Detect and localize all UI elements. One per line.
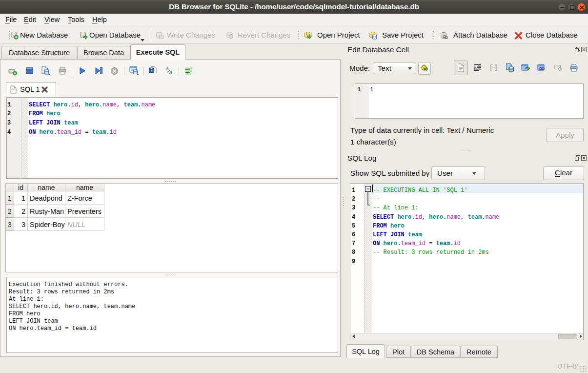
svg-text:a: a xyxy=(169,69,172,75)
svg-text:b: b xyxy=(166,66,169,71)
